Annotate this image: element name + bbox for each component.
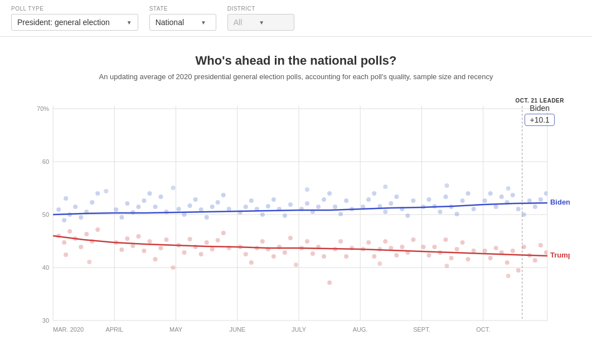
- svg-point-137: [188, 237, 192, 241]
- svg-point-180: [449, 256, 454, 260]
- svg-point-134: [164, 237, 169, 242]
- svg-point-140: [205, 240, 209, 245]
- svg-point-190: [511, 249, 515, 253]
- svg-point-166: [366, 240, 371, 245]
- svg-point-197: [87, 260, 91, 264]
- svg-point-194: [533, 258, 537, 263]
- svg-point-176: [426, 253, 431, 258]
- svg-point-76: [344, 198, 348, 203]
- leader-name: Biden: [515, 104, 564, 113]
- state-label: STATE: [149, 6, 216, 12]
- svg-point-147: [249, 260, 254, 265]
- svg-point-101: [499, 195, 504, 199]
- leader-label: OCT. 21 LEADER: [515, 98, 564, 104]
- svg-point-199: [294, 263, 298, 267]
- svg-point-124: [64, 253, 68, 257]
- svg-point-167: [372, 254, 376, 259]
- svg-point-71: [316, 205, 321, 209]
- svg-point-74: [333, 205, 337, 209]
- svg-point-59: [244, 205, 248, 209]
- svg-point-53: [205, 215, 209, 220]
- svg-point-80: [372, 191, 376, 196]
- svg-point-179: [444, 237, 448, 242]
- poll-type-select[interactable]: President: general election ▼: [11, 14, 138, 31]
- district-select[interactable]: All ▼: [227, 14, 294, 31]
- svg-point-157: [310, 251, 315, 256]
- svg-point-30: [62, 218, 66, 222]
- district-filter: DISTRICT All ▼: [227, 6, 294, 31]
- svg-point-91: [438, 210, 443, 214]
- svg-point-60: [249, 198, 254, 203]
- state-filter: STATE National ▼: [149, 6, 216, 31]
- svg-point-100: [494, 205, 498, 209]
- svg-text:50: 50: [42, 211, 49, 218]
- main-content: Who's ahead in the national polls? An up…: [0, 37, 592, 348]
- svg-point-94: [455, 212, 459, 216]
- svg-point-132: [153, 257, 157, 261]
- svg-point-115: [506, 186, 511, 191]
- svg-point-187: [494, 246, 498, 250]
- svg-point-201: [445, 264, 449, 268]
- svg-point-123: [95, 227, 100, 232]
- svg-point-139: [199, 252, 203, 256]
- svg-point-72: [322, 197, 326, 202]
- svg-point-51: [193, 197, 198, 202]
- svg-point-32: [73, 205, 77, 209]
- svg-point-56: [221, 193, 226, 197]
- svg-point-175: [421, 245, 425, 249]
- svg-point-127: [125, 236, 129, 241]
- svg-point-89: [426, 197, 431, 202]
- svg-text:40: 40: [42, 264, 49, 271]
- svg-point-151: [271, 254, 276, 259]
- svg-point-196: [544, 250, 549, 255]
- svg-point-118: [67, 229, 72, 234]
- svg-text:JUNE: JUNE: [229, 326, 245, 333]
- state-select[interactable]: National ▼: [149, 14, 216, 31]
- svg-point-149: [260, 239, 265, 244]
- svg-point-169: [383, 239, 387, 244]
- svg-point-52: [199, 207, 203, 212]
- svg-point-172: [400, 245, 404, 249]
- svg-point-202: [506, 274, 511, 278]
- svg-point-131: [147, 239, 152, 244]
- svg-point-95: [460, 198, 465, 203]
- svg-point-198: [171, 265, 176, 270]
- svg-text:70%: 70%: [37, 105, 49, 112]
- svg-point-96: [466, 191, 470, 196]
- poll-type-value: President: general election: [17, 18, 110, 27]
- svg-point-108: [538, 197, 543, 202]
- svg-point-109: [544, 191, 549, 196]
- svg-point-79: [366, 197, 371, 202]
- svg-point-104: [516, 207, 521, 211]
- svg-point-44: [147, 191, 152, 196]
- svg-point-67: [288, 202, 293, 207]
- leader-margin: +10.1: [525, 114, 554, 126]
- biden-label: Biden 52.2%: [550, 198, 570, 206]
- svg-point-64: [271, 197, 276, 202]
- svg-point-162: [338, 239, 343, 244]
- svg-point-36: [95, 191, 100, 196]
- svg-point-156: [305, 239, 309, 244]
- svg-point-39: [119, 215, 124, 220]
- svg-point-192: [522, 245, 526, 249]
- svg-point-184: [472, 249, 476, 253]
- state-chevron-icon: ▼: [201, 20, 206, 26]
- trump-label: Trump 42.1%: [550, 251, 570, 259]
- svg-point-75: [338, 212, 343, 216]
- svg-point-141: [210, 247, 215, 251]
- poll-type-filter: POLL TYPE President: general election ▼: [11, 6, 138, 31]
- svg-point-55: [216, 200, 220, 205]
- svg-point-114: [445, 183, 449, 188]
- svg-point-38: [114, 207, 118, 212]
- svg-text:APRIL: APRIL: [105, 326, 123, 333]
- svg-point-46: [158, 195, 163, 199]
- svg-point-146: [244, 252, 248, 256]
- svg-point-136: [182, 250, 187, 255]
- svg-text:30: 30: [42, 317, 49, 324]
- svg-point-105: [522, 212, 526, 217]
- svg-point-163: [344, 254, 348, 259]
- trump-dots: [56, 227, 549, 285]
- svg-point-112: [305, 187, 309, 192]
- svg-point-171: [394, 253, 399, 258]
- svg-point-113: [383, 185, 387, 189]
